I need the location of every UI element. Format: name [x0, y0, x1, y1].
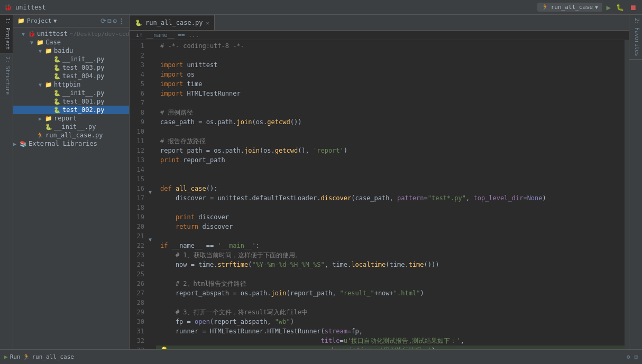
title-bar-left: 🐞 unittest [4, 4, 46, 11]
tree-item-httpbin-init[interactable]: 🐍 __init__.py [13, 89, 129, 97]
tree-item-baidu[interactable]: ▼ 📁 baidu [13, 46, 129, 55]
project-tree: ▼ 🐞 unittest ~/Desktop/dev-code(pa)/lear… [13, 27, 129, 349]
tree-item-ext-libs[interactable]: ▶ 📚 External Libraries [13, 139, 129, 148]
run-config-arrow: ▼ [595, 5, 598, 10]
code-line-32: title=u'接口自动化测试报告,测试结果如下：', [156, 336, 625, 346]
code-line-4: import os [156, 70, 625, 79]
project-dropdown-arrow[interactable]: ▼ [53, 18, 57, 24]
code-line-20: return discover [156, 222, 625, 231]
fold-column: ▼ ▼ [149, 40, 156, 349]
tree-item-baidu-init[interactable]: 🐍 __init__.py [13, 55, 129, 63]
code-line-7 [156, 98, 625, 108]
tab-label: run_all_case.py [145, 19, 203, 26]
bottom-settings-icon[interactable]: ⚙ [627, 353, 630, 360]
fold-arrow-allcase[interactable]: ▼ [149, 189, 152, 195]
code-editor: 12345 678910 1112131415 1617181920 21222… [130, 40, 629, 349]
project-strip: 1: Project 2: Structure [0, 15, 13, 349]
scroll-marker [625, 40, 629, 349]
fold-arrow-main[interactable]: ▼ [149, 237, 152, 242]
code-line-27: report_abspath = os.path.join(report_pat… [156, 288, 625, 298]
run-config[interactable]: 🏃 run_all_case ▼ [537, 3, 602, 12]
code-line-33: 💡 description=u'用例执行情况：') [156, 346, 625, 349]
sync-icon[interactable]: ⟳ [100, 17, 106, 25]
project-tab[interactable]: 1: Project [0, 15, 13, 53]
structure-tab[interactable]: 2: Structure [0, 53, 13, 98]
run-icon-bottom: ▶ [4, 353, 8, 360]
tree-item-test001[interactable]: 🐍 test_001.py [13, 97, 129, 106]
favorites-tab[interactable]: 2: Favorites [629, 15, 642, 60]
tree-item-httpbin[interactable]: ▼ 📁 httpbin [13, 80, 129, 89]
code-line-5: import time [156, 79, 625, 89]
code-line-22: if __name__ == '__main__': [156, 241, 625, 250]
code-line-3: import unittest [156, 60, 625, 70]
breadcrumb: if __name__ == ... [130, 31, 629, 40]
code-line-9: case_path = os.path.join(os.getcwd()) [156, 117, 625, 127]
project-header: 📁 Project ▼ ⟳ ⊟ ⚙ ⋮ [13, 15, 129, 27]
project-toolbar: ⟳ ⊟ ⚙ ⋮ [100, 17, 125, 25]
code-line-17: discover = unittest.defaultTestLoader.di… [156, 193, 625, 203]
code-line-25 [156, 269, 625, 279]
code-line-10 [156, 127, 625, 136]
code-line-28 [156, 298, 625, 307]
code-line-19: print discover [156, 212, 625, 222]
collapse-icon[interactable]: ⊟ [107, 17, 112, 25]
code-line-26: # 2、html报告文件路径 [156, 279, 625, 288]
code-line-8: # 用例路径 [156, 108, 625, 117]
settings-icon[interactable]: ⚙ [113, 17, 117, 25]
run-button[interactable]: ▶ [606, 2, 612, 13]
project-label: Project [27, 17, 51, 24]
code-line-12: report_path = os.path.join(os.getcwd(), … [156, 146, 625, 155]
project-panel: 📁 Project ▼ ⟳ ⊟ ⚙ ⋮ ▼ 🐞 unittest ~/Deskt… [13, 15, 130, 349]
code-line-6: import HTMLTestRunner [156, 89, 625, 98]
stop-button[interactable]: ⏹ [628, 2, 638, 13]
more-icon[interactable]: ⋮ [118, 17, 125, 25]
code-line-14 [156, 165, 625, 174]
code-line-2 [156, 51, 625, 60]
code-line-21 [156, 231, 625, 241]
bottom-panel: ▶ Run 🏃 run_all_case ⚙ ⊞ [0, 349, 642, 364]
code-line-24: now = time.strftime("%Y-%m-%d-%H_%M_%S",… [156, 260, 625, 269]
tree-item-test004[interactable]: 🐍 test_004.py [13, 72, 129, 80]
code-line-16: def all_case(): [156, 184, 625, 193]
editor-area: 🐍 run_all_case.py ✕ if __name__ == ... 1… [130, 15, 629, 349]
project-name: unittest [15, 4, 46, 11]
code-line-18 [156, 203, 625, 212]
favorites-strip: 2: Favorites [629, 15, 642, 349]
tree-item-unittest[interactable]: ▼ 🐞 unittest ~/Desktop/dev-code(pa)/lear [13, 30, 129, 38]
tree-item-test003[interactable]: 🐍 test_003.py [13, 63, 129, 72]
line-numbers: 12345 678910 1112131415 1617181920 21222… [130, 40, 149, 349]
title-bar: 🐞 unittest 🏃 run_all_case ▼ ▶ 🐛 ⏹ [0, 0, 642, 15]
debug-button[interactable]: 🐛 [615, 3, 625, 12]
run-file-icon: 🏃 [542, 4, 549, 11]
run-config-label: run_all_case [551, 4, 593, 11]
folder-icon: 📁 [17, 17, 25, 24]
run-file-bottom: 🏃 [23, 353, 30, 360]
code-line-30: fp = open(report_abspath, "wb") [156, 317, 625, 326]
tree-item-report-init[interactable]: 🐍 __init__.py [13, 123, 129, 131]
title-bar-right: 🏃 run_all_case ▼ ▶ 🐛 ⏹ [537, 2, 638, 13]
code-line-11: # 报告存放路径 [156, 136, 625, 146]
breadcrumb-text: if __name__ == ... [136, 32, 199, 39]
code-line-15 [156, 174, 625, 184]
tab-py-icon: 🐍 [135, 20, 142, 26]
code-content[interactable]: # -*- coding:utf-8 -*- import unittest i… [156, 40, 625, 349]
tree-item-run-all[interactable]: 🏃 run_all_case.py [13, 131, 129, 139]
tab-close-button[interactable]: ✕ [206, 20, 209, 26]
project-icon: 🐞 [4, 4, 12, 11]
tree-item-report[interactable]: ▶ 📁 report [13, 114, 129, 123]
tree-item-case[interactable]: ▼ 📁 Case [13, 38, 129, 46]
main-area: 1: Project 2: Structure 📁 Project ▼ ⟳ ⊟ … [0, 15, 642, 349]
run-label: Run [10, 353, 21, 360]
tree-item-test002[interactable]: 🐍 test_002.py [13, 106, 129, 114]
bottom-layout-icon[interactable]: ⊞ [634, 353, 638, 360]
editor-tab-run-all[interactable]: 🐍 run_all_case.py ✕ [130, 15, 215, 30]
code-line-13: print report_path [156, 155, 625, 165]
code-line-31: runner = HTMLTestRunner.HTMLTestRunner(s… [156, 326, 625, 336]
code-line-1: # -*- coding:utf-8 -*- [156, 41, 625, 51]
bottom-run: ▶ Run 🏃 run_all_case [4, 353, 74, 360]
run-file-label: run_all_case [32, 353, 74, 360]
code-line-29: # 3、打开一个文件，将result写入此file中 [156, 307, 625, 317]
left-strips: 1: Project 2: Structure [0, 15, 13, 349]
code-line-23: # 1、获取当前时间，这样便于下面的使用。 [156, 250, 625, 260]
tab-bar: 🐍 run_all_case.py ✕ [130, 15, 629, 31]
